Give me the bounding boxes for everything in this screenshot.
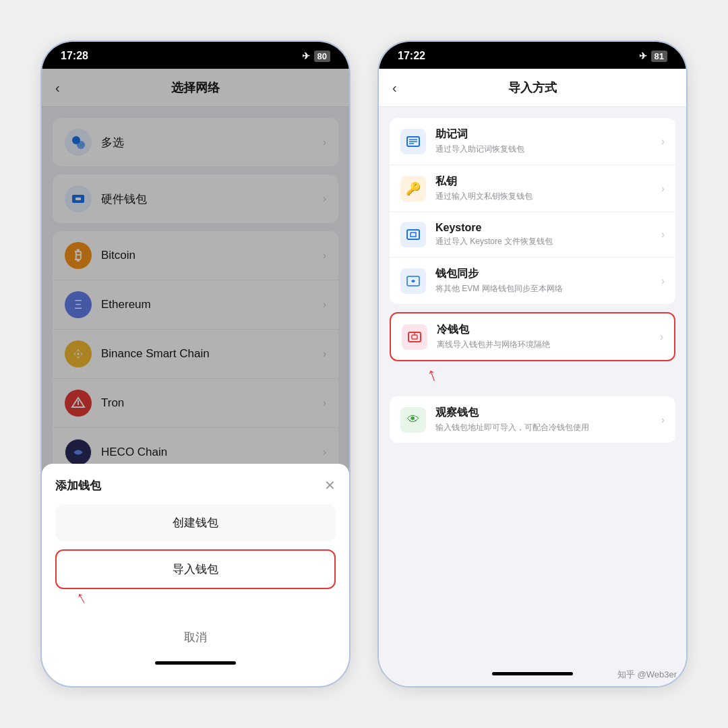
bottom-sheet-overlay: 添加钱包 ✕ 创建钱包 导入钱包 ↑ 取消 [42,69,349,686]
watch-info: 观察钱包 输入钱包地址即可导入，可配合冷钱包使用 [435,406,661,433]
import-wallet-button[interactable]: 导入钱包 [55,549,336,589]
bottom-sheet: 添加钱包 ✕ 创建钱包 导入钱包 ↑ 取消 [42,464,349,686]
import-list: 助记词 通过导入助记词恢复钱包 › 🔑 私钥 通过输入明文私钥恢复钱包 › [379,107,686,667]
mnemonic-title: 助记词 [435,127,661,142]
watch-desc: 输入钱包地址即可导入，可配合冷钱包使用 [435,422,661,433]
coldwallet-desc: 离线导入钱包并与网络环境隔绝 [437,339,660,351]
status-right-1: ✈ 80 [302,51,330,62]
watch-wallet-section: 👁 观察钱包 输入钱包地址即可导入，可配合冷钱包使用 › [390,396,675,443]
keystore-chevron: › [661,229,665,241]
mnemonic-chevron: › [661,135,665,148]
battery-icon-2: 81 [651,51,667,62]
privatekey-desc: 通过输入明文私钥恢复钱包 [435,191,661,202]
mnemonic-info: 助记词 通过导入助记词恢复钱包 [435,127,661,155]
time-2: 17:22 [398,50,425,62]
coldwallet-icon [402,324,427,350]
home-indicator-1 [155,661,236,665]
bottom-sheet-header: 添加钱包 ✕ [55,477,336,493]
phone2: 17:22 ✈ 81 ‹ 导入方式 [377,40,688,688]
nav-header-2: ‹ 导入方式 [379,69,686,107]
create-wallet-button[interactable]: 创建钱包 [55,504,336,541]
import-item-watch[interactable]: 👁 观察钱包 输入钱包地址即可导入，可配合冷钱包使用 › [390,396,675,443]
privatekey-chevron: › [661,183,665,195]
status-right-2: ✈ 81 [639,51,667,62]
airplane-icon-1: ✈ [302,51,310,61]
coldwallet-title: 冷钱包 [437,323,660,337]
airplane-icon-2: ✈ [639,51,647,61]
home-indicator-2 [492,672,573,675]
import-item-privatekey[interactable]: 🔑 私钥 通过输入明文私钥恢复钱包 › [390,165,675,212]
cold-wallet-section: 冷钱包 离线导入钱包并与网络环境隔绝 › [390,312,675,361]
watch-title: 观察钱包 [435,406,661,420]
phone1-content: ‹ 选择网络 多选 › [42,69,349,686]
mnemonic-icon [400,129,426,154]
back-button-2[interactable]: ‹ [392,80,414,96]
walletsync-title: 钱包同步 [435,267,661,281]
keystore-info: Keystore 通过导入 Keystore 文件恢复钱包 [435,222,661,247]
time-1: 17:28 [61,50,88,62]
keystore-icon [400,222,426,247]
keystore-desc: 通过导入 Keystore 文件恢复钱包 [435,236,661,247]
watermark: 知乎 @Web3er [617,669,677,681]
watch-chevron: › [661,414,665,426]
import-item-walletsync[interactable]: 钱包同步 将其他 EVM 网络钱包同步至本网络 › [390,257,675,304]
import-item-coldwallet[interactable]: 冷钱包 离线导入钱包并与网络环境隔绝 › [391,313,674,360]
coldwallet-info: 冷钱包 离线导入钱包并与网络环境隔绝 [437,323,660,351]
close-button[interactable]: ✕ [324,477,336,493]
import-item-keystore[interactable]: Keystore 通过导入 Keystore 文件恢复钱包 › [390,212,675,257]
bottom-sheet-title: 添加钱包 [55,478,101,493]
status-bar-1: 17:28 ✈ 80 [42,42,349,69]
privatekey-info: 私钥 通过输入明文私钥恢复钱包 [435,175,661,202]
status-bar-2: 17:22 ✈ 81 [379,42,686,69]
page-title-2: 导入方式 [414,80,651,96]
battery-icon-1: 80 [314,51,330,62]
keystore-title: Keystore [435,222,661,234]
walletsync-icon [400,268,426,294]
coldwallet-chevron: › [660,331,663,343]
cancel-button[interactable]: 取消 [55,619,336,656]
phone2-content: ‹ 导入方式 助记词 通过导入助记词恢复钱包 › [379,69,686,686]
mnemonic-desc: 通过导入助记词恢复钱包 [435,144,661,155]
walletsync-chevron: › [661,275,665,287]
svg-rect-15 [407,230,419,239]
walletsync-info: 钱包同步 将其他 EVM 网络钱包同步至本网络 [435,267,661,295]
walletsync-desc: 将其他 EVM 网络钱包同步至本网络 [435,283,661,295]
phone1: 17:28 ✈ 80 ‹ 选择网络 多选 › [40,40,351,688]
svg-rect-18 [412,335,417,339]
import-section-main: 助记词 通过导入助记词恢复钱包 › 🔑 私钥 通过输入明文私钥恢复钱包 › [390,118,675,304]
privatekey-title: 私钥 [435,175,661,189]
watch-icon: 👁 [400,407,426,433]
privatekey-icon: 🔑 [400,176,426,202]
cold-wallet-wrapper: 冷钱包 离线导入钱包并与网络环境隔绝 › ↑ [390,312,675,361]
import-item-mnemonic[interactable]: 助记词 通过导入助记词恢复钱包 › [390,118,675,165]
